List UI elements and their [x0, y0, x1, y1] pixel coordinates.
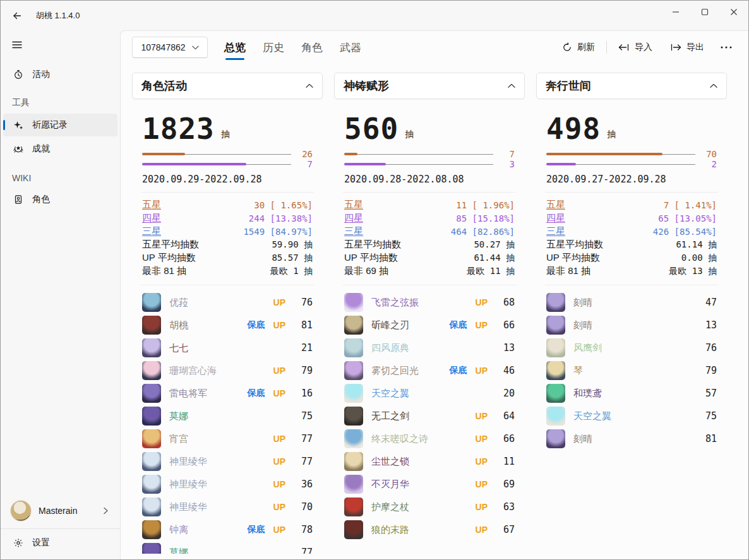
item-right: UP66: [476, 433, 515, 444]
pull-item-row[interactable]: 不灭月华UP69: [344, 473, 515, 496]
pull-item-row[interactable]: 护摩之杖UP63: [344, 496, 515, 518]
pull-item-row[interactable]: 刻晴13: [546, 314, 717, 337]
pull-item-row[interactable]: 优菈UP76: [142, 291, 313, 314]
item-right: 保底UP46: [450, 365, 515, 376]
pull-item-row[interactable]: 七七21: [142, 337, 313, 359]
sidebar-item-wish-records[interactable]: 祈愿记录: [3, 114, 117, 136]
pull-item-row[interactable]: 终末嗟叹之诗UP66: [344, 427, 515, 450]
item-avatar: [142, 293, 161, 312]
item-avatar: [344, 452, 363, 471]
stat-value: 61.44 抽: [474, 253, 515, 264]
sidebar-item-achievements[interactable]: 成就: [3, 138, 117, 160]
item-name: 四风原典: [371, 342, 409, 354]
pull-item-row[interactable]: 飞雷之弦振UP68: [344, 291, 515, 314]
uid-dropdown[interactable]: 107847862: [132, 37, 208, 58]
stat-link-label[interactable]: 五星: [546, 199, 565, 211]
pull-item-row[interactable]: 斫峰之刃保底UP66: [344, 314, 515, 337]
tab-history[interactable]: 历史: [263, 31, 284, 64]
item-pull-count: 79: [294, 365, 313, 376]
import-button[interactable]: 导入: [612, 38, 659, 57]
item-avatar: [142, 452, 161, 471]
pull-item-row[interactable]: 四风原典13: [344, 337, 515, 359]
pity-bar: 7: [344, 150, 515, 160]
back-button[interactable]: [7, 6, 27, 26]
tab-weapon[interactable]: 武器: [340, 31, 361, 64]
item-pull-count: 20: [496, 388, 515, 399]
pull-item-row[interactable]: 神里绫华UP77: [142, 450, 313, 473]
stat-row: 五星7 [ 1.41%]: [546, 198, 717, 211]
item-name: 天空之翼: [371, 388, 409, 400]
item-avatar: [546, 429, 565, 448]
stat-link-label[interactable]: 五星: [344, 199, 363, 211]
maximize-icon: [701, 8, 709, 16]
sidebar-item-activity[interactable]: 活动: [3, 63, 117, 86]
up-badge: UP: [476, 297, 488, 307]
stat-link-label[interactable]: 五星: [142, 199, 161, 211]
guarantee-badge: 保底: [450, 365, 467, 376]
maximize-button[interactable]: [690, 1, 719, 23]
sidebar-footer: Masterain 设置: [1, 494, 120, 559]
pull-item-row[interactable]: 天空之翼20: [344, 382, 515, 405]
pull-item-row[interactable]: 天空之翼75: [546, 405, 717, 427]
pull-item-row[interactable]: 雷电将军保底UP16: [142, 382, 313, 405]
item-avatar: [142, 407, 161, 426]
stat-link-label[interactable]: 三星: [344, 225, 363, 237]
banner-header[interactable]: 角色活动: [132, 73, 323, 99]
item-pull-count: 79: [698, 365, 717, 376]
pull-item-row[interactable]: 宵宫UP77: [142, 427, 313, 450]
pity-bar: 26: [142, 150, 313, 160]
divider: [545, 285, 718, 285]
stat-link-label[interactable]: 三星: [142, 225, 161, 237]
stat-row: 五星30 [ 1.65%]: [142, 198, 313, 211]
pull-item-row[interactable]: 刻晴81: [546, 427, 717, 450]
banner-header[interactable]: 神铸赋形: [334, 73, 525, 99]
stat-link-label[interactable]: 三星: [546, 225, 565, 237]
more-button[interactable]: [716, 42, 737, 52]
pull-item-row[interactable]: 珊瑚宫心海UP79: [142, 359, 313, 382]
pull-item-row[interactable]: 莫娜77: [142, 541, 313, 554]
item-avatar: [344, 293, 363, 312]
item-right: UP68: [476, 297, 515, 308]
item-name: 神里绫华: [169, 501, 207, 513]
minimize-button[interactable]: [661, 1, 690, 23]
pull-item-row[interactable]: 风鹰剑76: [546, 337, 717, 359]
app-title: 胡桃 1.1.4.0: [36, 10, 80, 21]
sidebar-item-settings[interactable]: 设置: [3, 530, 117, 556]
pull-item-row[interactable]: 尘世之锁UP11: [344, 450, 515, 473]
refresh-button[interactable]: 刷新: [556, 38, 601, 57]
item-right: UP11: [476, 456, 515, 467]
pull-item-row[interactable]: 神里绫华UP36: [142, 473, 313, 496]
stat-link-label[interactable]: 四星: [142, 212, 161, 224]
user-account-item[interactable]: Masterain: [3, 494, 117, 527]
pull-item-row[interactable]: 无工之剑UP64: [344, 405, 515, 427]
pull-item-row[interactable]: 雾切之回光保底UP46: [344, 359, 515, 382]
export-button[interactable]: 导出: [664, 38, 710, 57]
pull-item-row[interactable]: 和璞鸢57: [546, 382, 717, 405]
pull-item-row[interactable]: 狼的末路UP67: [344, 518, 515, 541]
stat-value: 0.00 抽: [681, 253, 717, 264]
tab-character[interactable]: 角色: [301, 31, 323, 64]
pull-item-row[interactable]: 胡桃保底UP81: [142, 314, 313, 337]
banner-stats: 五星11 [ 1.96%]四星85 [15.18%]三星464 [82.86%]…: [344, 198, 515, 278]
stat-link-label[interactable]: 四星: [546, 212, 565, 224]
pull-item-row[interactable]: 莫娜75: [142, 405, 313, 427]
hamburger-button[interactable]: [6, 34, 28, 56]
export-label: 导出: [686, 42, 704, 53]
item-pull-count: 81: [698, 433, 717, 444]
close-button[interactable]: [719, 1, 748, 23]
stat-link-label[interactable]: 四星: [344, 212, 363, 224]
gear-icon: [13, 538, 23, 548]
item-pull-count: 69: [496, 479, 515, 490]
item-avatar: [344, 338, 363, 357]
pull-item-row[interactable]: 钟离保底UP78: [142, 518, 313, 541]
item-name: 终末嗟叹之诗: [371, 433, 428, 445]
pull-item-row[interactable]: 刻晴47: [546, 291, 717, 314]
sidebar-item-characters[interactable]: 角色: [3, 188, 117, 211]
item-name: 莫娜: [169, 547, 188, 554]
item-pull-count: 46: [496, 365, 515, 376]
tab-overview[interactable]: 总览: [224, 31, 246, 64]
pull-item-row[interactable]: 神里绫华UP70: [142, 496, 313, 518]
banner-stats: 五星30 [ 1.65%]四星244 [13.38%]三星1549 [84.97…: [142, 198, 313, 278]
banner-header[interactable]: 奔行世间: [536, 73, 727, 99]
pull-item-row[interactable]: 琴79: [546, 359, 717, 382]
